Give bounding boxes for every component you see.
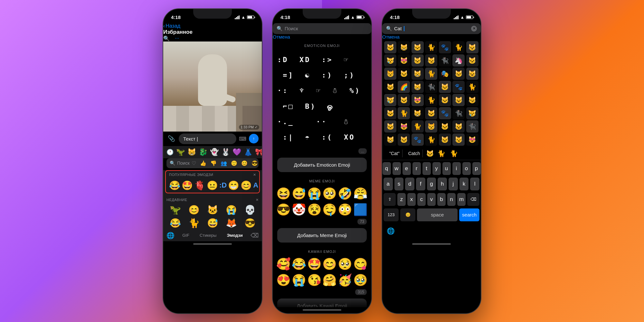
search-nav-icon[interactable]: 🔍: [163, 35, 170, 41]
key-o[interactable]: o: [462, 162, 471, 175]
sticker-26[interactable]: 🐱: [439, 81, 451, 93]
pop-emoji-8[interactable]: A: [253, 181, 258, 189]
sticker-56[interactable]: 😻: [466, 133, 478, 146]
sticker-31[interactable]: 😻: [412, 94, 424, 106]
suggestion-cat3-emoji[interactable]: 🐈: [450, 150, 458, 157]
sticker-9[interactable]: 😻: [398, 54, 410, 67]
sticker-1[interactable]: 🐱: [384, 41, 396, 53]
emoji-tab-recent[interactable]: 🕐: [166, 149, 174, 156]
key-space[interactable]: space: [417, 208, 458, 221]
pop-emoji-2[interactable]: 🤩: [182, 180, 193, 191]
pop-emoji-1[interactable]: 😂: [169, 180, 180, 191]
key-x[interactable]: x: [407, 193, 416, 206]
sticker-2[interactable]: 😸: [398, 41, 410, 53]
clear-search-button[interactable]: ✕: [471, 26, 477, 32]
suggestion-catch[interactable]: Catch: [406, 150, 423, 157]
key-r[interactable]: r: [412, 162, 421, 175]
sticker-36[interactable]: 🐱: [384, 107, 396, 119]
sticker-43[interactable]: 🐱: [384, 120, 396, 133]
key-delete[interactable]: ⌫: [467, 193, 479, 206]
sticker-54[interactable]: 🐱: [439, 133, 451, 146]
key-t[interactable]: t: [422, 162, 431, 175]
attachment-button[interactable]: 📎: [166, 134, 176, 143]
meme-e-7[interactable]: 😎: [276, 203, 291, 216]
sticker-51[interactable]: 🐱: [398, 133, 410, 146]
rec-emoji-1[interactable]: 🦖: [166, 205, 184, 215]
sticker-42[interactable]: 😿: [466, 107, 478, 119]
key-y[interactable]: y: [432, 162, 441, 175]
send-button[interactable]: ↑: [249, 134, 259, 143]
sticker-48[interactable]: 😺: [452, 120, 465, 133]
kaw-e-3[interactable]: 🤩: [307, 257, 322, 271]
kaw-e-7[interactable]: 😍: [276, 273, 291, 287]
sticker-29[interactable]: 😿: [384, 94, 396, 106]
sticker-22[interactable]: 🐱: [384, 81, 396, 93]
rec-emoji-7[interactable]: 🐈: [185, 218, 203, 228]
kaw-e-2[interactable]: 😂: [292, 257, 306, 271]
sticker-37[interactable]: 🐈: [398, 107, 410, 119]
key-v[interactable]: v: [427, 193, 436, 206]
search-placeholder-1[interactable]: Поиск: [177, 161, 190, 166]
key-s[interactable]: s: [394, 178, 404, 190]
meme-e-9[interactable]: 😵: [307, 203, 322, 216]
people-icon[interactable]: 👥: [221, 160, 227, 166]
rec-emoji-10[interactable]: 😎: [241, 218, 259, 228]
sticker-35[interactable]: 😼: [466, 94, 478, 106]
kaw-e-6[interactable]: 😋: [353, 257, 368, 271]
sticker-14[interactable]: 🐱: [466, 54, 478, 67]
sticker-41[interactable]: 🐈‍⬛: [452, 107, 465, 119]
rec-emoji-4[interactable]: 😭: [223, 205, 240, 215]
key-b[interactable]: b: [437, 193, 446, 206]
sticker-21[interactable]: 😺: [466, 68, 478, 80]
rec-emoji-6[interactable]: 😂: [166, 218, 184, 228]
key-z[interactable]: z: [397, 193, 406, 206]
key-a[interactable]: a: [384, 178, 393, 190]
nav-back-button[interactable]: ‹ Назад: [163, 23, 262, 29]
sticker-13[interactable]: 🦄: [452, 54, 465, 67]
sticker-4[interactable]: 🐈: [425, 41, 437, 53]
meme-e-3[interactable]: 😭: [307, 187, 322, 200]
sticker-16[interactable]: 🐱: [398, 68, 410, 80]
key-d[interactable]: d: [405, 178, 414, 190]
pop-emoji-4[interactable]: 😐: [207, 180, 218, 191]
keyboard-toggle[interactable]: ⌨: [239, 136, 246, 142]
sticker-33[interactable]: 🐱: [439, 94, 451, 106]
emoji-sticker-1[interactable]: 🦖: [176, 148, 185, 156]
kaw-e-5[interactable]: 🥺: [338, 257, 352, 271]
stickers-tab[interactable]: Стикеры: [197, 232, 219, 239]
emoji-sticker-7[interactable]: 👗: [244, 148, 252, 156]
sticker-32[interactable]: 🐈: [425, 94, 437, 106]
sticker-45[interactable]: 🐈: [412, 120, 424, 133]
suggestion-cat-emoji[interactable]: 🐱: [426, 150, 434, 157]
key-g[interactable]: g: [427, 178, 436, 190]
search-input-2[interactable]: 🔍 Поиск: [273, 23, 371, 34]
key-k[interactable]: k: [459, 178, 469, 190]
cancel-button-2[interactable]: Отмена: [273, 34, 290, 40]
sticker-24[interactable]: 😸: [412, 81, 424, 93]
kaw-e-8[interactable]: 😭: [292, 273, 306, 287]
sticker-53[interactable]: 🐈: [425, 133, 437, 146]
close-popular-icon[interactable]: ✕: [253, 173, 256, 177]
heart-icon[interactable]: ♡: [192, 160, 196, 166]
rec-emoji-9[interactable]: 🦊: [223, 218, 240, 228]
meme-e-8[interactable]: 🤡: [292, 203, 306, 216]
sticker-40[interactable]: 🐾: [439, 107, 451, 119]
pop-emoji-6[interactable]: 😁: [228, 180, 239, 191]
meme-e-10[interactable]: 🤤: [322, 203, 337, 216]
meme-e-6[interactable]: 😤: [353, 187, 368, 200]
key-q[interactable]: q: [383, 162, 391, 175]
gif-tab[interactable]: GIF: [180, 232, 192, 239]
sticker-27[interactable]: 🐾: [452, 81, 465, 93]
key-i[interactable]: i: [452, 162, 461, 175]
kaw-e-12[interactable]: 🥹: [353, 273, 368, 287]
meme-e-5[interactable]: 🤣: [338, 187, 352, 200]
sticker-30[interactable]: 🐱: [398, 94, 410, 106]
add-kawaii-button[interactable]: Добавить Kawaii Emoji: [277, 299, 367, 307]
thumbsdown-icon[interactable]: 👎: [210, 160, 217, 166]
key-c[interactable]: c: [417, 193, 426, 206]
sticker-11[interactable]: 😼: [425, 54, 437, 67]
sticker-49[interactable]: 🐈‍⬛: [466, 120, 478, 133]
key-shift[interactable]: ⇧: [384, 193, 396, 206]
key-p[interactable]: p: [472, 162, 481, 175]
sticker-28[interactable]: 🐈: [466, 81, 478, 93]
